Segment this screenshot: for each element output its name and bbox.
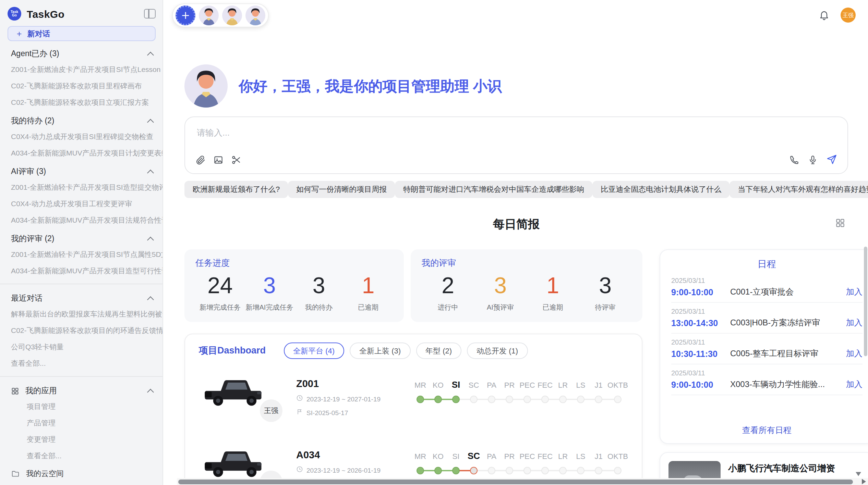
recent-chat-item[interactable]: 公司Q3轻卡销量	[0, 339, 162, 356]
sidebar-section-header[interactable]: 最近对话	[0, 288, 162, 306]
milestone-label: OKTB	[607, 449, 628, 463]
app-item[interactable]: 变更管理	[0, 432, 162, 448]
stat-value: 24	[195, 272, 245, 299]
event-date: 2025/03/11	[671, 277, 863, 284]
project-image: 王强	[202, 448, 267, 482]
stat-card: 任务进度24 新增完成任务3 新增AI完成任务3 我的待办1 已逾期	[184, 249, 404, 322]
sidebar-section-header[interactable]: 我的待办 (2)	[0, 111, 162, 129]
milestone-dot	[434, 396, 442, 403]
agent-avatar[interactable]	[199, 5, 219, 25]
chevron-up-icon	[147, 296, 154, 303]
view-all-link[interactable]: 查看全部...	[0, 356, 162, 372]
sidebar-header: TaskGo TaskGo	[0, 5, 162, 25]
sidebar-item[interactable]: A034-全新新能源MUV产品开发项目法规符合性评审	[0, 212, 162, 229]
sidebar-section-header[interactable]: 我的评审 (2)	[0, 229, 162, 247]
app-item[interactable]: 产品管理	[0, 415, 162, 432]
dashboard-tab[interactable]: 全新平台 (4)	[284, 343, 344, 359]
milestone-dot	[523, 467, 531, 474]
app-item[interactable]: 项目管理	[0, 399, 162, 415]
milestone: OKTB	[607, 378, 628, 407]
schedule-event: 2025/03/11 9:00-10:00 X003-车辆动力学性能验... 加…	[671, 364, 863, 395]
milestone-dot	[595, 396, 602, 403]
milestone-label: MR	[411, 378, 429, 392]
sidebar-section-header[interactable]: Agent已办 (3)	[0, 44, 162, 62]
sidebar-item[interactable]: C02-飞腾新能源轻客改款项目里程碑画布	[0, 78, 162, 95]
milestone: SC	[465, 449, 483, 478]
layout-grid-icon[interactable]	[835, 218, 845, 228]
content: 你好，王强，我是你的项目管理助理 小识 请输入... 欧洲新规最近颁布了什么?如…	[184, 30, 848, 485]
briefing-title: 每日简报	[184, 216, 848, 232]
topbar-right: 王强	[819, 8, 856, 23]
horizontal-scrollbar[interactable]	[177, 478, 868, 485]
dashboard-tab[interactable]: 动总开发 (1)	[467, 343, 528, 359]
sidebar-item[interactable]: A034-全新新能源MUV产品开发项目造型可行性评审	[0, 263, 162, 279]
grid-icon	[11, 387, 19, 395]
recent-chat-item[interactable]: 解释最新出台的欧盟报废车法规再生塑料比例被调至15%...	[0, 306, 162, 323]
join-link[interactable]: 加入	[846, 379, 863, 390]
milestone-dot	[506, 396, 513, 403]
suggestion-chip[interactable]: 如何写一份清晰的项目周报	[288, 181, 395, 198]
sidebar-item-my-apps[interactable]: 我的应用	[0, 381, 162, 399]
agent-avatar[interactable]	[222, 5, 242, 25]
dashboard-tab[interactable]: 年型 (2)	[416, 343, 461, 359]
paperclip-icon[interactable]	[195, 155, 206, 165]
join-link[interactable]: 加入	[846, 348, 863, 360]
sidebar-item[interactable]: C0X4-动力总成开发项目SI里程碑提交物检查	[0, 129, 162, 145]
scroll-down-arrow[interactable]	[856, 472, 861, 476]
suggestion-chip[interactable]: 当下年轻人对汽车外观有怎样的喜好趋势	[730, 181, 868, 198]
join-link[interactable]: 加入	[846, 286, 863, 298]
scissors-icon[interactable]	[231, 155, 241, 165]
milestone-label: J1	[590, 449, 607, 463]
milestone-label: SC	[465, 449, 483, 463]
sidebar-item[interactable]: Z001-全新燃油皮卡产品开发项目SI节点Lesson Learn报告	[0, 62, 162, 78]
recent-chat-item[interactable]: C02-飞腾新能源轻客改款项目的闭环通告反馈情况	[0, 323, 162, 339]
greeting: 你好，王强，我是你的项目管理助理 小识	[184, 64, 848, 108]
sidebar-section-header[interactable]: AI评审 (3)	[0, 162, 162, 179]
sidebar-item[interactable]: C0X4-动力总成开发项目工程变更评审	[0, 196, 162, 212]
view-all-schedule-link[interactable]: 查看所有日程	[671, 425, 863, 436]
stat-card: 我的评审2 进行中3 AI预评审1 已逾期3 待评审	[411, 249, 642, 322]
image-icon[interactable]	[213, 155, 224, 165]
phone-icon[interactable]	[789, 154, 799, 165]
composer-placeholder: 请输入...	[197, 127, 230, 139]
view-all-link[interactable]: 查看全部...	[0, 448, 162, 464]
scroll-right-arrow[interactable]	[862, 479, 866, 484]
suggestion-chip[interactable]: 比亚迪全固态电池计划具体说了什么	[592, 181, 730, 198]
event-date: 2025/03/11	[671, 369, 863, 377]
horizontal-scrollbar-thumb[interactable]	[178, 479, 853, 484]
milestone: PR	[501, 378, 518, 407]
milestone-label: LS	[572, 378, 590, 392]
sidebar-item[interactable]: Z001-全新燃油轻卡产品开发项目SI造型提交物评审	[0, 179, 162, 196]
sidebar-item[interactable]: Z001-全新燃油轻卡产品开发项目SI节点属性5D文件评审	[0, 247, 162, 263]
milestone: LS	[572, 449, 590, 478]
stat-value: 2	[422, 272, 474, 299]
join-link[interactable]: 加入	[846, 317, 863, 329]
clock-icon	[296, 395, 303, 403]
milestone-dot	[523, 396, 531, 403]
send-icon[interactable]	[826, 154, 837, 165]
dashboard-tab[interactable]: 全新上装 (3)	[350, 343, 410, 359]
suggestion-chip[interactable]: 欧洲新规最近颁布了什么?	[184, 181, 288, 198]
milestone-label: LS	[572, 449, 590, 463]
stat-label: AI预评审	[474, 303, 527, 312]
add-agent-button[interactable]: ＋	[176, 5, 195, 25]
right-column: 日程 2025/03/11 9:00-10:00 C001-立项审批会 加入 2…	[660, 249, 868, 485]
suggestion-chips: 欧洲新规最近颁布了什么?如何写一份清晰的项目周报特朗普可能对进口汽车增税会对中国…	[184, 181, 848, 198]
collapse-sidebar-icon[interactable]	[144, 9, 156, 18]
project-row[interactable]: 王强 Z001 2023-12-19 ~ 2027-01-19 SI-2025-…	[199, 377, 628, 430]
mic-icon[interactable]	[808, 154, 818, 165]
sidebar-item[interactable]: A034-全新新能源MUV产品开发项目计划变更表编写	[0, 145, 162, 162]
sidebar-item-star-badge[interactable]: 我的收藏	[0, 483, 162, 485]
notification-bell-icon[interactable]	[819, 10, 830, 21]
user-avatar[interactable]: 王强	[841, 8, 856, 23]
sidebar-item-folder[interactable]: 我的云空间	[0, 464, 162, 483]
vertical-scrollbar[interactable]	[864, 247, 867, 356]
new-chat-button[interactable]: ＋ 新对话	[8, 26, 156, 41]
composer-right-icons	[789, 154, 837, 165]
milestone-label: KO	[429, 378, 447, 392]
suggestion-chip[interactable]: 特朗普可能对进口汽车增税会对中国车企造成哪些影响	[395, 181, 592, 198]
chat-composer[interactable]: 请输入...	[184, 116, 848, 174]
agent-avatar[interactable]	[245, 5, 265, 25]
sidebar-item[interactable]: C02-飞腾新能源轻客改款项目立项汇报方案	[0, 95, 162, 111]
chevron-up-icon	[147, 51, 154, 58]
